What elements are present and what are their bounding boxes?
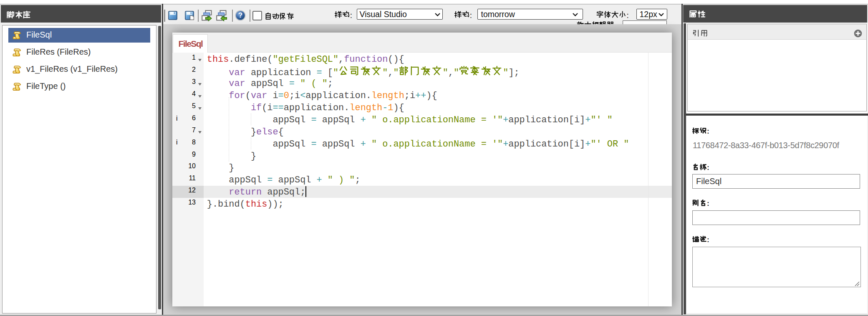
svg-text:?: ?: [238, 11, 242, 19]
